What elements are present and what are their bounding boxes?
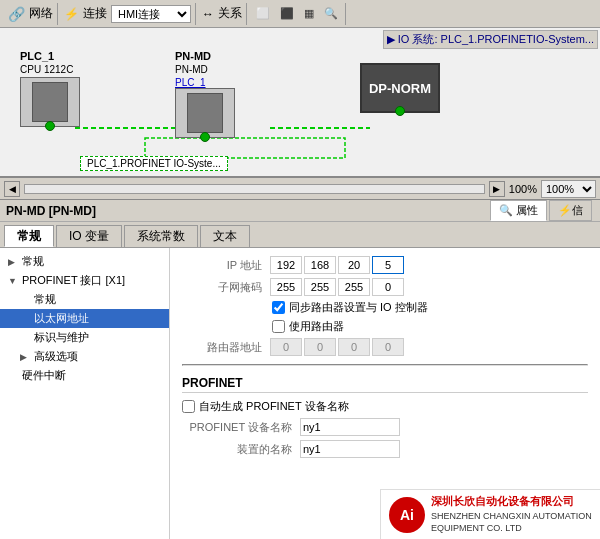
router-label: 路由器地址 [182,340,262,355]
ip-part-2[interactable] [304,256,336,274]
prop-tab-info[interactable]: ⚡信 [549,200,592,221]
watermark-logo-text: Ai [400,507,414,523]
router-part-3[interactable] [338,338,370,356]
ip-part-4[interactable] [372,256,404,274]
tree-item-ethernet-addr[interactable]: 以太网地址 [0,309,169,328]
tab-general-label: 常规 [17,228,41,245]
plc1-inner [32,82,68,122]
pnmd-box[interactable] [175,88,235,138]
device-dpnorm[interactable]: DP-NORM [360,63,440,113]
router-part-4[interactable] [372,338,404,356]
tree-panel: ▶ 常规 ▼ PROFINET 接口 [X1] 常规 以太网地址 标识与维护 ▶… [0,248,170,539]
device-number-input[interactable] [300,440,400,458]
toolbar-group-icons: ⬜ ⬛ ▦ 🔍 [249,3,346,25]
prop-tab-properties[interactable]: 🔍 属性 [490,200,547,221]
profinet-name-input[interactable] [300,418,400,436]
tree-label-iface-general: 常规 [34,292,56,307]
network-view: ▶ IO 系统: PLC_1.PROFINETIO-System... PLC_… [0,28,600,178]
use-router-label: 使用路由器 [289,319,344,334]
scroll-right-btn[interactable]: ▶ [489,181,505,197]
watermark-text: 深圳长欣自动化设备有限公司 SHENZHEN CHANGXIN AUTOMATI… [431,494,592,535]
tree-item-general[interactable]: ▶ 常规 [0,252,169,271]
device-pnmd[interactable]: PN-MD PN-MD PLC_1 [175,50,235,138]
toolbar-group-relations: ↔ 关系 [198,3,247,25]
icon-2[interactable]: ⬛ [277,6,297,21]
tab-io-vars[interactable]: IO 变量 [56,225,122,247]
ip-label: IP 地址 [182,258,262,273]
pnmd-link[interactable]: PLC_1 [175,77,235,88]
icon-1[interactable]: ⬜ [253,6,273,21]
subnet-part-4[interactable] [372,278,404,296]
plc1-box[interactable] [20,77,80,127]
main-toolbar: 🔗 网络 ⚡ 连接 HMI连接 ↔ 关系 ⬜ ⬛ ▦ 🔍 [0,0,600,28]
tree-item-iface-general[interactable]: 常规 [0,290,169,309]
zoom-select[interactable]: 100% 75% 150% [541,180,596,198]
scroll-area: ◀ ▶ 100% 100% 75% 150% [0,178,600,200]
pnmd-sub: PN-MD [175,64,235,75]
hmi-select[interactable]: HMI连接 [111,5,191,23]
tree-arrow-general: ▶ [8,257,18,267]
tab-sys-const-label: 系统常数 [137,228,185,245]
icon-4[interactable]: 🔍 [321,6,341,21]
connect-label: 连接 [83,5,107,22]
profinet-strip: PLC_1.PROFINET IO-Syste... [80,156,228,171]
scroll-left-btn[interactable]: ◀ [4,181,20,197]
dpnorm-box[interactable]: DP-NORM [360,63,440,113]
ip-row: IP 地址 [182,256,588,274]
scroll-track[interactable] [24,184,485,194]
tree-label-ethernet: 以太网地址 [34,311,89,326]
subnet-part-1[interactable] [270,278,302,296]
subnet-part-2[interactable] [304,278,336,296]
tree-item-advanced[interactable]: ▶ 高级选项 [0,347,169,366]
device-plc1[interactable]: PLC_1 CPU 1212C [20,50,80,127]
auto-name-checkbox[interactable] [182,400,195,413]
toolbar-group-network: 🔗 网络 [4,3,58,25]
zoom-label: 100% [509,183,537,195]
sync-router-label: 同步路由器设置与 IO 控制器 [289,300,428,315]
pnmd-name: PN-MD [175,50,235,62]
tab-text[interactable]: 文本 [200,225,250,247]
use-router-row: 使用路由器 [272,319,588,334]
pnmd-connector [200,132,210,142]
profinet-name-label: PROFINET 设备名称 [182,420,292,435]
network-label: 网络 [29,5,53,22]
tree-label-general: 常规 [22,254,44,269]
tree-label-hw: 硬件中断 [22,368,66,383]
company-name: 深圳长欣自动化设备有限公司 [431,494,592,509]
ip-part-1[interactable] [270,256,302,274]
watermark: Ai 深圳长欣自动化设备有限公司 SHENZHEN CHANGXIN AUTOM… [380,489,600,539]
icon-3[interactable]: ▦ [301,6,317,21]
tab-sys-const[interactable]: 系统常数 [124,225,198,247]
tab-io-vars-label: IO 变量 [69,228,109,245]
subnet-part-3[interactable] [338,278,370,296]
svg-rect-2 [145,138,345,158]
tree-item-profinet-iface[interactable]: ▼ PROFINET 接口 [X1] [0,271,169,290]
router-part-1[interactable] [270,338,302,356]
router-part-2[interactable] [304,338,336,356]
relations-label: 关系 [218,5,242,22]
ip-part-3[interactable] [338,256,370,274]
properties-header: PN-MD [PN-MD] 🔍 属性 ⚡信 [0,200,600,222]
tree-item-hw-interrupt[interactable]: 硬件中断 [0,366,169,385]
plc1-model: CPU 1212C [20,64,80,75]
tree-arrow-profinet: ▼ [8,276,18,286]
sync-router-checkbox[interactable] [272,301,285,314]
ip-inputs [270,256,404,274]
tab-general[interactable]: 常规 [4,225,54,247]
use-router-checkbox[interactable] [272,320,285,333]
tabs-row: 常规 IO 变量 系统常数 文本 [0,222,600,248]
dpnorm-label: DP-NORM [369,81,431,96]
subnet-label: 子网掩码 [182,280,262,295]
auto-name-row: 自动生成 PROFINET 设备名称 [182,399,588,414]
prop-tab-info-label: ⚡信 [558,203,583,218]
window-title: PN-MD [PN-MD] [6,204,96,218]
tab-text-label: 文本 [213,228,237,245]
tree-label-profinet: PROFINET 接口 [X1] [22,273,125,288]
router-inputs [270,338,404,356]
device-number-row: 装置的名称 [182,440,588,458]
watermark-logo: Ai [389,497,425,533]
company-sub: SHENZHEN CHANGXIN AUTOMATION EQUIPMENT C… [431,510,592,535]
profinet-section-title: PROFINET [182,376,588,393]
router-row: 路由器地址 [182,338,588,356]
tree-item-id-maint[interactable]: 标识与维护 [0,328,169,347]
